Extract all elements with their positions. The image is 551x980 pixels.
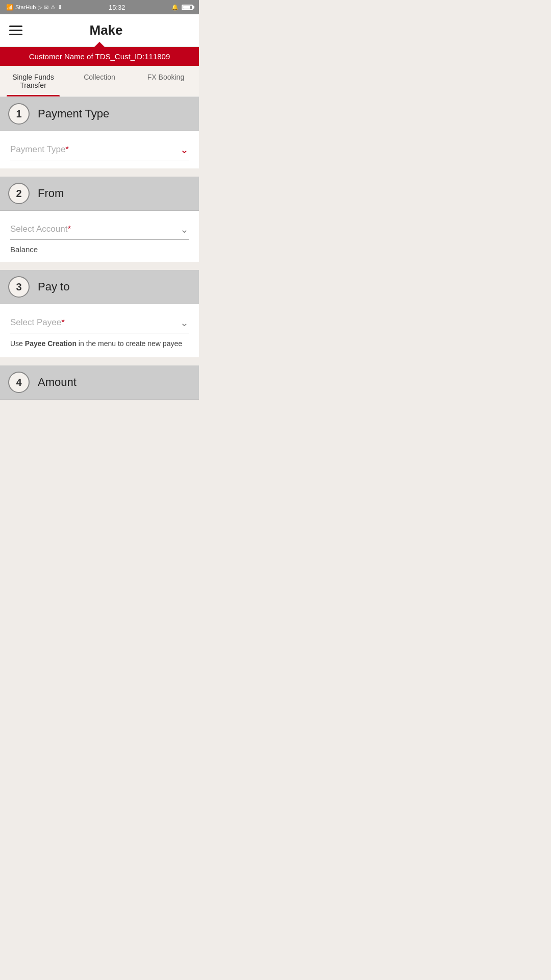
select-payee-dropdown[interactable]: Select Payee* ⌄ (10, 316, 189, 333)
gap-2 (0, 262, 199, 270)
battery-icon (182, 5, 193, 10)
payee-creation-bold: Payee Creation (25, 339, 77, 348)
balance-label: Balance (10, 245, 189, 254)
section-from: 2 From (0, 177, 199, 211)
tab-bar: Single Funds Transfer Collection FX Book… (0, 66, 199, 97)
section-pay-to: 3 Pay to (0, 270, 199, 304)
select-account-dropdown[interactable]: Select Account* ⌄ (10, 223, 189, 240)
status-left: 📶 StarHub ▷ ✉ ⚠ ⬇ (6, 4, 62, 11)
pay-to-form: Select Payee* ⌄ Use Payee Creation in th… (0, 304, 199, 357)
cast-icon: ▷ (38, 4, 42, 11)
section-3-title: Pay to (38, 280, 69, 293)
payment-type-label: Payment Type* (10, 144, 180, 155)
section-1-title: Payment Type (38, 107, 109, 120)
step-2-circle: 2 (8, 183, 30, 204)
step-1-circle: 1 (8, 103, 30, 125)
select-account-label: Select Account* (10, 224, 180, 234)
tab-collection[interactable]: Collection (66, 66, 133, 96)
signal-icon: 📶 (6, 4, 13, 11)
tab-fx-booking[interactable]: FX Booking (133, 66, 199, 96)
section-2-title: From (38, 187, 64, 200)
section-payment-type: 1 Payment Type (0, 97, 199, 131)
select-payee-label: Select Payee* (10, 317, 180, 328)
select-payee-chevron-icon: ⌄ (180, 316, 189, 329)
step-3-circle: 3 (8, 276, 30, 298)
customer-banner: Customer Name of TDS_Cust_ID:111809 (0, 47, 199, 66)
tab-single-funds-transfer[interactable]: Single Funds Transfer (0, 66, 66, 96)
alert-icon: ⚠ (51, 4, 56, 11)
select-account-chevron-icon: ⌄ (180, 223, 189, 235)
customer-name: Customer Name of TDS_Cust_ID:111809 (29, 52, 170, 61)
section-4-title: Amount (38, 376, 77, 389)
page-title: Make (89, 22, 122, 38)
status-time: 15:32 (109, 4, 126, 11)
status-bar: 📶 StarHub ▷ ✉ ⚠ ⬇ 15:32 🔔 (0, 0, 199, 14)
bell-icon: 🔔 (171, 4, 179, 11)
status-right: 🔔 (171, 4, 193, 11)
gap-1 (0, 168, 199, 177)
section-amount: 4 Amount (0, 365, 199, 400)
payment-type-form: Payment Type* ⌄ (0, 131, 199, 168)
gap-3 (0, 357, 199, 365)
menu-button[interactable] (9, 26, 22, 35)
payment-type-chevron-icon: ⌄ (180, 143, 189, 156)
payment-type-dropdown[interactable]: Payment Type* ⌄ (10, 143, 189, 160)
step-4-circle: 4 (8, 372, 30, 393)
from-form: Select Account* ⌄ Balance (0, 211, 199, 262)
payee-help-text: Use Payee Creation in the menu to create… (10, 338, 189, 349)
carrier-name: StarHub (15, 4, 36, 10)
download-icon: ⬇ (58, 4, 62, 11)
mail-icon: ✉ (44, 4, 48, 11)
